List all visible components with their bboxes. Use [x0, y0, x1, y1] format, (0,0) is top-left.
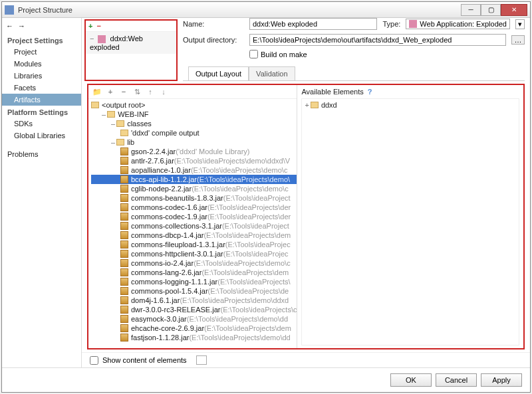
jar-icon — [120, 315, 128, 323]
folder-icon — [107, 111, 115, 118]
artifact-icon — [98, 35, 106, 43]
jar-item[interactable]: commons-httpclient-3.0.1.jar (E:\Tools\i… — [91, 249, 297, 258]
jar-icon — [120, 194, 128, 202]
minimize-button[interactable]: ─ — [461, 4, 481, 16]
outdir-input[interactable] — [249, 34, 506, 46]
jar-item[interactable]: dwr-3.0.0-rc3-RELEASE.jar (E:\Tools\idea… — [91, 305, 297, 314]
chevron-down-icon[interactable]: ▾ — [515, 19, 525, 29]
jar-icon — [120, 241, 128, 248]
jar-item[interactable]: easymock-3.0.jar (E:\Tools\ideaProjects\… — [91, 314, 297, 324]
jar-item[interactable]: cglib-nodep-2.2.jar (E:\Tools\ideaProjec… — [91, 184, 297, 193]
jar-icon — [120, 334, 128, 342]
sidebar-item-problems[interactable]: Problems — [2, 148, 81, 160]
artifact-list-item[interactable]: − ddxd:Web exploded — [86, 32, 176, 54]
help-icon[interactable]: ? — [368, 88, 372, 96]
sidebar: ← → Project Settings Project Modules Lib… — [2, 18, 82, 367]
show-content-checkbox[interactable] — [90, 356, 98, 365]
title-bar: Project Structure ─ ▢ ✕ — [2, 2, 530, 18]
jar-item[interactable]: bccs-api-lib-1.1.2.jar (E:\Tools\ideaPro… — [91, 175, 297, 184]
add-icon[interactable]: + — [106, 87, 115, 96]
folder-icon — [120, 130, 128, 136]
maximize-button[interactable]: ▢ — [481, 4, 501, 16]
jar-icon — [120, 259, 128, 267]
build-on-make-label: Build on make — [261, 50, 307, 58]
remove-artifact-icon[interactable]: − — [96, 22, 100, 30]
show-content-toggle[interactable] — [196, 355, 207, 365]
type-value: Web Application: Exploded — [420, 20, 507, 28]
jar-item[interactable]: commons-pool-1.5.4.jar (E:\Tools\ideaPro… — [91, 286, 297, 296]
folder-icon — [116, 139, 124, 146]
jar-icon — [120, 278, 128, 286]
jar-item[interactable]: dom4j-1.6.1.jar (E:\Tools\ideaProjects\d… — [91, 296, 297, 305]
close-button[interactable]: ✕ — [501, 4, 527, 16]
available-tree[interactable]: +ddxd — [301, 98, 519, 345]
output-tree[interactable]: <output root> –WEB-INF –classes 'ddxd' c… — [88, 99, 297, 348]
type-label: Type: — [382, 20, 400, 28]
sidebar-head-project: Project Settings — [2, 34, 81, 46]
jar-icon — [120, 175, 128, 183]
name-input[interactable] — [249, 18, 377, 30]
jar-item[interactable]: fastjson-1.1.28.jar (E:\Tools\ideaProjec… — [91, 333, 297, 342]
sidebar-item-facets[interactable]: Facets — [2, 82, 81, 94]
folder-icon — [91, 102, 99, 108]
sidebar-item-artifacts[interactable]: Artifacts — [2, 94, 81, 106]
jar-icon — [120, 268, 128, 276]
jar-item[interactable]: antlr-2.7.6.jar (E:\Tools\ideaProjects\d… — [91, 156, 297, 165]
sidebar-head-platform: Platform Settings — [2, 106, 81, 118]
jar-item[interactable]: commons-lang-2.6.jar (E:\Tools\ideaProje… — [91, 268, 297, 277]
jar-icon — [120, 231, 128, 239]
jar-icon — [120, 157, 128, 165]
folder-icon — [116, 120, 124, 127]
available-elements-label: Available Elements — [301, 88, 363, 96]
jar-item[interactable]: commons-codec-1.6.jar (E:\Tools\ideaProj… — [91, 203, 297, 212]
forward-icon[interactable]: → — [18, 22, 26, 30]
jar-icon — [120, 296, 128, 304]
jar-icon — [120, 250, 128, 258]
jar-item[interactable]: commons-dbcp-1.4.jar (E:\Tools\ideaProje… — [91, 231, 297, 240]
jar-icon — [120, 324, 128, 332]
ok-button[interactable]: OK — [390, 373, 432, 387]
jar-icon — [120, 185, 128, 193]
sidebar-item-libraries[interactable]: Libraries — [2, 70, 81, 82]
apply-button[interactable]: Apply — [481, 373, 522, 387]
window-title: Project Structure — [18, 6, 461, 14]
jar-item[interactable]: commons-logging-1.1.1.jar (E:\Tools\idea… — [91, 277, 297, 286]
jar-icon — [120, 148, 128, 155]
type-select[interactable]: Web Application: Exploded — [406, 19, 510, 29]
sidebar-item-global-libraries[interactable]: Global Libraries — [2, 130, 81, 142]
cancel-button[interactable]: Cancel — [436, 373, 477, 387]
tab-validation[interactable]: Validation — [249, 66, 295, 80]
remove-icon[interactable]: − — [119, 87, 128, 96]
jar-icon — [120, 222, 128, 230]
move-down-icon[interactable]: ↓ — [159, 87, 168, 96]
jar-item[interactable]: commons-beanutils-1.8.3.jar (E:\Tools\id… — [91, 193, 297, 203]
outdir-label: Output directory: — [183, 36, 244, 44]
sidebar-item-sdks[interactable]: SDKs — [2, 118, 81, 130]
jar-icon — [120, 306, 128, 314]
add-artifact-icon[interactable]: + — [88, 22, 92, 30]
jar-item[interactable]: commons-fileupload-1.3.1.jar (E:\Tools\i… — [91, 240, 297, 249]
app-icon — [5, 5, 14, 15]
sort-icon[interactable]: ⇅ — [132, 87, 142, 96]
type-icon — [409, 20, 417, 28]
jar-item[interactable]: commons-io-2.4.jar (E:\Tools\ideaProject… — [91, 258, 297, 268]
sidebar-item-modules[interactable]: Modules — [2, 58, 81, 70]
jar-icon — [120, 166, 128, 174]
artifact-list: + − − ddxd:Web exploded — [84, 19, 178, 81]
jar-item[interactable]: commons-codec-1.9.jar (E:\Tools\ideaProj… — [91, 212, 297, 221]
new-folder-icon[interactable]: 📁 — [92, 87, 102, 96]
move-up-icon[interactable]: ↑ — [146, 87, 155, 96]
name-label: Name: — [183, 20, 244, 28]
tab-output-layout[interactable]: Output Layout — [188, 66, 249, 80]
jar-item[interactable]: ehcache-core-2.6.9.jar (E:\Tools\ideaPro… — [91, 324, 297, 333]
jar-item[interactable]: gson-2.2.4.jar ('ddxd' Module Library) — [91, 147, 297, 156]
jar-item[interactable]: aopalliance-1.0.jar (E:\Tools\ideaProjec… — [91, 165, 297, 175]
back-icon[interactable]: ← — [6, 22, 14, 30]
browse-button[interactable]: … — [511, 35, 525, 45]
sidebar-item-project[interactable]: Project — [2, 46, 81, 58]
jar-icon — [120, 287, 128, 295]
jar-item[interactable]: commons-collections-3.1.jar (E:\Tools\id… — [91, 221, 297, 231]
module-icon — [311, 102, 319, 108]
jar-icon — [120, 203, 128, 211]
build-on-make-checkbox[interactable] — [249, 50, 258, 58]
